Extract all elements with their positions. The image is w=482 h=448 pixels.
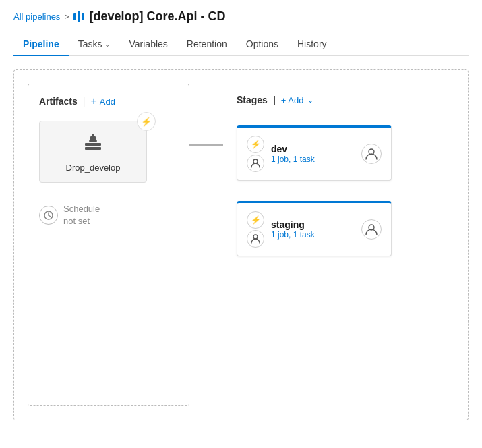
tab-pipeline[interactable]: Pipeline (13, 33, 69, 56)
tab-retention[interactable]: Retention (177, 33, 237, 56)
svg-point-14 (253, 235, 258, 239)
schedule-label: Schedulenot set (63, 203, 100, 227)
artifacts-panel: Artifacts | + Add ⚡ (28, 84, 189, 406)
artifact-lightning-icon: ⚡ (137, 112, 156, 131)
stage-card-staging[interactable]: ⚡ staging 1 job, 1 task (237, 201, 392, 256)
artifacts-to-stages-connector (189, 144, 223, 146)
pipeline-canvas: Artifacts | + Add ⚡ (13, 69, 469, 420)
svg-rect-0 (73, 13, 76, 20)
stage-dev-lightning-icon: ⚡ (247, 136, 264, 153)
stage-staging-info: staging 1 job, 1 task (271, 219, 355, 240)
artifact-card[interactable]: ⚡ Drop_develop (39, 121, 147, 183)
stage-dev-meta: 1 job, 1 task (271, 155, 355, 164)
stage-dev-person-icon (247, 155, 264, 172)
artifacts-add-label: Add (100, 96, 115, 107)
stages-chevron-icon: ⌄ (307, 96, 313, 105)
stage-dev-approver-button[interactable] (361, 144, 382, 164)
breadcrumb: All pipelines > [develop] Core.Api - CD (13, 9, 469, 24)
tab-variables[interactable]: Variables (119, 33, 177, 56)
artifact-name: Drop_develop (66, 163, 121, 173)
stage-staging-meta: 1 job, 1 task (271, 230, 355, 240)
stage-dev-name: dev (271, 144, 355, 155)
artifact-type-icon (82, 131, 104, 157)
stage-staging-lightning-icon: ⚡ (247, 211, 264, 229)
stage-staging-approver-button[interactable] (361, 219, 382, 240)
stages-panel-header: Stages | + Add ⌄ (237, 94, 441, 105)
stages-title: Stages (237, 94, 268, 105)
stage-dev-icons: ⚡ (247, 136, 264, 172)
pipeline-type-icon (73, 11, 85, 23)
artifacts-add-button[interactable]: + Add (90, 95, 115, 107)
stage-card-dev[interactable]: ⚡ dev 1 job, 1 task (237, 125, 392, 181)
schedule-clock-icon (39, 206, 58, 225)
stage-staging-person-icon (247, 230, 264, 248)
tab-tasks[interactable]: Tasks ⌄ (69, 33, 120, 56)
svg-rect-4 (85, 147, 101, 150)
stage-staging-icons: ⚡ (247, 211, 264, 248)
artifacts-divider: | (83, 96, 86, 107)
artifacts-panel-header: Artifacts | + Add (39, 95, 178, 107)
stages-add-label: + Add (281, 95, 304, 105)
svg-rect-6 (92, 134, 94, 138)
svg-line-10 (49, 215, 51, 217)
artifacts-title: Artifacts (39, 96, 78, 107)
all-pipelines-link[interactable]: All pipelines (13, 11, 60, 22)
schedule-section[interactable]: Schedulenot set (39, 203, 178, 227)
stages-add-button[interactable]: + Add ⌄ (281, 95, 314, 105)
tab-options[interactable]: Options (237, 33, 288, 56)
svg-rect-2 (82, 13, 84, 20)
breadcrumb-separator: > (64, 12, 69, 22)
stage-dev-info: dev 1 job, 1 task (271, 144, 355, 164)
svg-point-12 (253, 159, 258, 163)
stage-dev-wrapper: ⚡ dev 1 job, 1 task (237, 125, 441, 181)
tab-history[interactable]: History (288, 33, 336, 56)
stages-divider: | (273, 94, 276, 105)
page-title: [develop] Core.Api - CD (89, 9, 225, 24)
header: All pipelines > [develop] Core.Api - CD … (0, 0, 482, 56)
stages-list: ⚡ dev 1 job, 1 task (237, 125, 441, 256)
stage-staging-name: staging (271, 219, 355, 230)
svg-rect-3 (85, 143, 101, 146)
svg-rect-1 (78, 11, 80, 22)
svg-rect-7 (89, 140, 97, 142)
stage-staging-wrapper: ⚡ staging 1 job, 1 task (237, 201, 441, 256)
tasks-chevron-icon: ⌄ (104, 40, 110, 48)
main-content: Artifacts | + Add ⚡ (0, 56, 482, 434)
plus-icon: + (90, 95, 96, 107)
nav-tabs: Pipeline Tasks ⌄ Variables Retention Opt… (13, 33, 469, 56)
stages-panel: Stages | + Add ⌄ ⚡ (223, 84, 454, 406)
